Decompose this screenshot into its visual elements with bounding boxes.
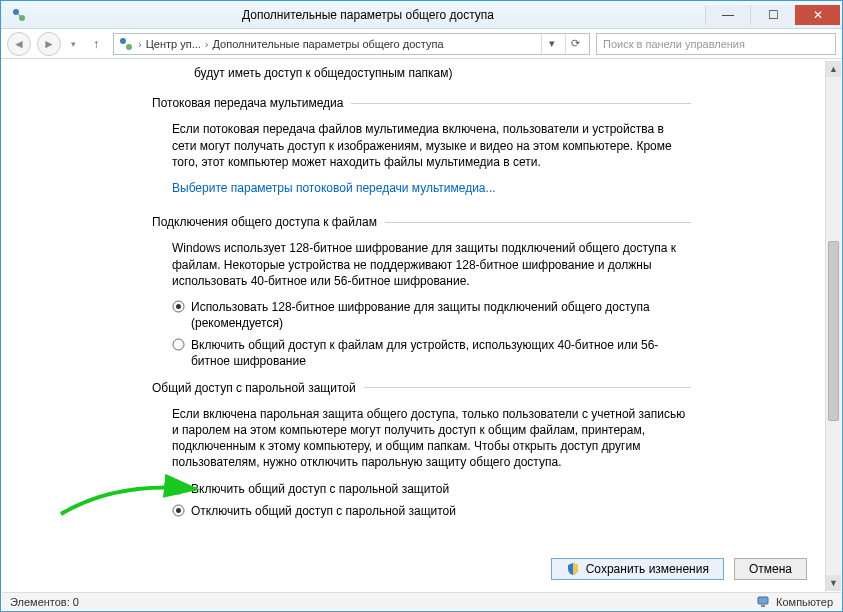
- radio-icon-unchecked: [172, 338, 185, 351]
- radio-icon-checked: [172, 300, 185, 313]
- radio-password-on[interactable]: Включить общий доступ с парольной защито…: [172, 481, 691, 497]
- computer-icon: [756, 595, 770, 609]
- vertical-scrollbar[interactable]: ▲ ▼: [825, 61, 841, 591]
- section-password-body: Если включена парольная защита общего до…: [172, 406, 691, 471]
- svg-point-5: [176, 304, 181, 309]
- scroll-thumb[interactable]: [828, 241, 839, 421]
- svg-point-2: [120, 38, 126, 44]
- statusbar-item-count: Элементов: 0: [10, 596, 79, 608]
- settings-page: будут иметь доступ к общедоступным папка…: [2, 61, 841, 535]
- radio-icon-unchecked: [172, 482, 185, 495]
- statusbar-computer-label: Компьютер: [776, 596, 833, 608]
- window-title: Дополнительные параметры общего доступа: [31, 8, 705, 22]
- radio-icon-checked: [172, 504, 185, 517]
- address-icon: [118, 36, 134, 52]
- media-settings-link[interactable]: Выберите параметры потоковой передачи му…: [172, 180, 496, 196]
- refresh-button[interactable]: ⟳: [565, 34, 585, 54]
- address-dropdown[interactable]: ▾: [541, 34, 561, 54]
- scroll-down-button[interactable]: ▼: [826, 575, 841, 591]
- search-input[interactable]: Поиск в панели управления: [596, 33, 836, 55]
- svg-point-6: [173, 339, 184, 350]
- titlebar: Дополнительные параметры общего доступа …: [1, 1, 842, 29]
- forward-button[interactable]: ►: [37, 32, 61, 56]
- section-media-title: Потоковая передача мультимедиа: [152, 95, 691, 111]
- window-icon: [7, 3, 31, 27]
- shield-icon: [566, 562, 580, 576]
- svg-point-9: [176, 508, 181, 513]
- svg-point-3: [126, 44, 132, 50]
- statusbar: Элементов: 0 Компьютер: [2, 592, 841, 610]
- minimize-button[interactable]: —: [705, 5, 750, 25]
- toolbar: ◄ ► ▾ ↑ › Центр уп... › Дополнительные п…: [1, 29, 842, 59]
- svg-rect-10: [758, 597, 768, 604]
- svg-rect-11: [761, 605, 765, 607]
- up-button[interactable]: ↑: [85, 33, 107, 55]
- radio-40-56bit[interactable]: Включить общий доступ к файлам для устро…: [172, 337, 691, 369]
- close-button[interactable]: ✕: [795, 5, 840, 25]
- section-password-title: Общий доступ с парольной защитой: [152, 380, 691, 396]
- breadcrumb-item-1[interactable]: Центр уп...: [146, 38, 201, 50]
- search-placeholder: Поиск в панели управления: [603, 38, 745, 50]
- breadcrumb-sep: ›: [205, 38, 209, 50]
- radio-password-off[interactable]: Отключить общий доступ с парольной защит…: [172, 503, 691, 519]
- section-media-body: Если потоковая передача файлов мультимед…: [172, 121, 691, 170]
- back-button[interactable]: ◄: [7, 32, 31, 56]
- cancel-button[interactable]: Отмена: [734, 558, 807, 580]
- history-dropdown[interactable]: ▾: [67, 32, 79, 56]
- maximize-button[interactable]: ☐: [750, 5, 795, 25]
- scroll-up-button[interactable]: ▲: [826, 61, 841, 77]
- section-fileshare-title: Подключения общего доступа к файлам: [152, 214, 691, 230]
- radio-128bit[interactable]: Использовать 128-битное шифрование для з…: [172, 299, 691, 331]
- address-bar[interactable]: › Центр уп... › Дополнительные параметры…: [113, 33, 590, 55]
- breadcrumb-item-2[interactable]: Дополнительные параметры общего доступа: [213, 38, 444, 50]
- save-button[interactable]: Сохранить изменения: [551, 558, 724, 580]
- dialog-button-row: Сохранить изменения Отмена: [2, 547, 825, 591]
- leftover-text: будут иметь доступ к общедоступным папка…: [194, 65, 691, 81]
- section-fileshare-body: Windows использует 128-битное шифрование…: [172, 240, 691, 289]
- breadcrumb-sep: ›: [138, 38, 142, 50]
- svg-point-7: [173, 483, 184, 494]
